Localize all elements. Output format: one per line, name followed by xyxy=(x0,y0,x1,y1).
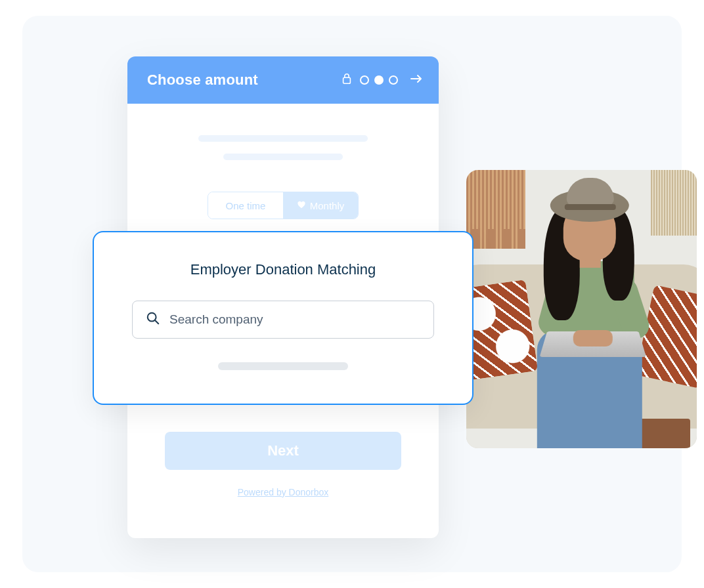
skeleton-text xyxy=(223,154,343,160)
step-dot-2 xyxy=(374,75,384,85)
step-indicator xyxy=(360,75,398,85)
card-header: Choose amount xyxy=(127,56,439,104)
frequency-monthly-button[interactable]: Monthly xyxy=(283,192,358,219)
lock-icon xyxy=(341,73,352,87)
step-dot-1 xyxy=(360,75,369,85)
matching-title: Employer Donation Matching xyxy=(190,261,376,278)
powered-by-link[interactable]: Powered by Donorbox xyxy=(238,487,329,497)
skeleton-text xyxy=(198,135,368,142)
page-container: Choose amount xyxy=(22,16,682,572)
search-company-box[interactable] xyxy=(132,301,434,339)
frequency-onetime-label: One time xyxy=(226,200,266,211)
step-dot-3 xyxy=(389,75,398,85)
header-icons xyxy=(341,73,423,87)
arrow-right-icon[interactable] xyxy=(406,74,423,87)
svg-rect-0 xyxy=(343,77,351,83)
decorative-photo xyxy=(466,170,697,448)
header-title: Choose amount xyxy=(147,72,258,89)
search-icon xyxy=(146,311,160,328)
next-button-label: Next xyxy=(267,442,299,459)
skeleton-text xyxy=(218,362,348,370)
next-button[interactable]: Next xyxy=(165,432,401,470)
card-body: One time Monthly xyxy=(127,104,439,232)
search-company-input[interactable] xyxy=(169,312,420,327)
frequency-onetime-button[interactable]: One time xyxy=(208,192,283,219)
frequency-monthly-label: Monthly xyxy=(310,200,345,211)
svg-line-2 xyxy=(155,320,158,324)
frequency-toggle: One time Monthly xyxy=(208,192,359,219)
employer-matching-card: Employer Donation Matching xyxy=(93,231,473,405)
heart-icon xyxy=(297,200,306,211)
